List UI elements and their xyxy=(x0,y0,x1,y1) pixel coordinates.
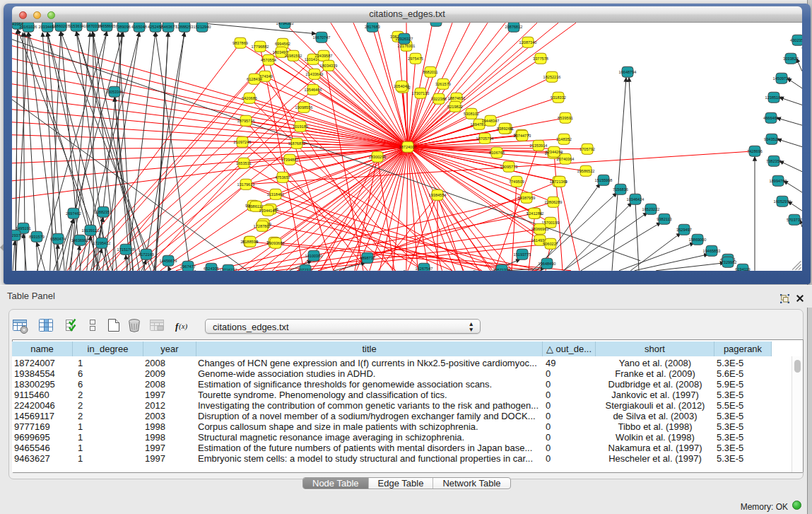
svg-text:19095773: 19095773 xyxy=(500,164,518,168)
svg-text:10571375: 10571375 xyxy=(493,267,511,270)
svg-text:18252216: 18252216 xyxy=(543,74,561,78)
svg-text:7749509: 7749509 xyxy=(509,179,524,183)
svg-text:8682011: 8682011 xyxy=(423,69,437,74)
svg-text:12344269: 12344269 xyxy=(546,149,563,153)
svg-text:14509728: 14509728 xyxy=(773,76,791,80)
svg-text:9318332: 9318332 xyxy=(551,95,566,99)
svg-text:20744773: 20744773 xyxy=(514,133,531,137)
svg-text:4302355: 4302355 xyxy=(790,37,802,42)
svg-text:9153634: 9153634 xyxy=(69,23,84,28)
svg-text:17796882: 17796882 xyxy=(252,44,269,48)
svg-text:22439587: 22439587 xyxy=(315,53,333,57)
svg-text:7389096: 7389096 xyxy=(115,24,131,28)
svg-text:3148352: 3148352 xyxy=(556,136,572,141)
svg-text:19093688: 19093688 xyxy=(267,240,285,245)
svg-text:14636992: 14636992 xyxy=(71,238,89,242)
svg-text:19384554: 19384554 xyxy=(429,192,447,197)
svg-text:16648794: 16648794 xyxy=(619,69,637,74)
svg-text:6994562: 6994562 xyxy=(275,41,290,45)
svg-text:21097245: 21097245 xyxy=(234,139,252,144)
svg-text:13179613: 13179613 xyxy=(237,182,255,186)
svg-text:18366963: 18366963 xyxy=(531,226,549,230)
svg-text:1072322: 1072322 xyxy=(298,267,313,270)
svg-text:19465853: 19465853 xyxy=(703,248,721,252)
svg-text:15869000: 15869000 xyxy=(689,237,707,241)
svg-text:2975475: 2975475 xyxy=(408,56,423,60)
svg-text:15212940: 15212940 xyxy=(194,24,211,28)
svg-text:14100380: 14100380 xyxy=(305,253,323,257)
svg-text:(x): (x) xyxy=(179,322,188,331)
svg-text:8721369: 8721369 xyxy=(552,179,567,183)
svg-text:22926327: 22926327 xyxy=(396,36,413,40)
svg-text:17307133: 17307133 xyxy=(412,90,430,95)
svg-text:17151708: 17151708 xyxy=(117,247,135,251)
svg-text:6580474: 6580474 xyxy=(50,236,66,240)
svg-text:2817683: 2817683 xyxy=(365,24,380,28)
svg-text:21353914: 21353914 xyxy=(530,143,548,147)
svg-text:11876872: 11876872 xyxy=(288,141,305,145)
svg-text:3261579: 3261579 xyxy=(435,81,451,86)
svg-text:18300295: 18300295 xyxy=(369,154,387,158)
svg-text:18705794: 18705794 xyxy=(476,136,494,140)
svg-text:12888253: 12888253 xyxy=(176,24,194,28)
svg-text:18034339: 18034339 xyxy=(320,63,338,67)
svg-text:1019189: 1019189 xyxy=(293,124,308,128)
svg-text:1653531: 1653531 xyxy=(236,160,252,165)
svg-text:19648490: 19648490 xyxy=(539,261,556,265)
svg-text:9343522: 9343522 xyxy=(764,136,779,141)
svg-text:20740364: 20740364 xyxy=(557,156,575,160)
svg-text:19139121: 19139121 xyxy=(82,228,100,232)
svg-text:17329982: 17329982 xyxy=(719,259,737,264)
svg-text:8106768: 8106768 xyxy=(489,150,505,154)
svg-text:18994763: 18994763 xyxy=(770,178,787,182)
svg-text:8539591: 8539591 xyxy=(558,115,573,119)
svg-text:6524305: 6524305 xyxy=(204,266,219,270)
svg-text:5219822: 5219822 xyxy=(447,104,463,108)
svg-text:4666460: 4666460 xyxy=(763,115,779,119)
svg-text:13546466: 13546466 xyxy=(305,87,322,91)
svg-text:14794303: 14794303 xyxy=(276,23,294,25)
svg-text:9898737: 9898737 xyxy=(360,255,375,259)
svg-text:4129379: 4129379 xyxy=(12,233,23,237)
svg-text:15193775: 15193775 xyxy=(514,252,531,256)
svg-text:18724007: 18724007 xyxy=(399,144,417,148)
svg-text:4753657: 4753657 xyxy=(275,175,290,179)
svg-text:7428696: 7428696 xyxy=(747,148,763,153)
svg-text:14658665: 14658665 xyxy=(98,23,116,28)
svg-text:14387959: 14387959 xyxy=(518,195,536,199)
svg-text:2054043: 2054043 xyxy=(394,83,409,88)
svg-text:7156836: 7156836 xyxy=(613,187,628,191)
svg-text:22682194: 22682194 xyxy=(428,23,445,23)
svg-text:8188594: 8188594 xyxy=(242,239,258,243)
svg-text:2697462: 2697462 xyxy=(66,211,81,215)
svg-text:15463677: 15463677 xyxy=(160,24,177,28)
svg-text:19448347: 19448347 xyxy=(482,118,500,122)
svg-text:9837869: 9837869 xyxy=(233,40,248,45)
svg-text:17287807: 17287807 xyxy=(254,223,271,228)
svg-text:10344146: 10344146 xyxy=(259,208,277,212)
svg-text:7382351: 7382351 xyxy=(766,158,782,163)
svg-text:14456679: 14456679 xyxy=(160,258,177,262)
svg-text:10346424: 10346424 xyxy=(627,197,645,201)
svg-text:8389269: 8389269 xyxy=(497,126,512,130)
svg-text:17295412: 17295412 xyxy=(93,240,111,245)
svg-text:20161026: 20161026 xyxy=(20,24,37,28)
svg-text:16523222: 16523222 xyxy=(642,206,660,211)
svg-text:19098556: 19098556 xyxy=(295,105,313,109)
svg-text:20053346: 20053346 xyxy=(106,89,124,93)
svg-text:1241284: 1241284 xyxy=(526,211,542,215)
svg-text:6194119: 6194119 xyxy=(735,267,750,270)
svg-text:13716227: 13716227 xyxy=(220,267,237,270)
svg-text:11318461: 11318461 xyxy=(267,192,284,196)
svg-text:2967477: 2967477 xyxy=(180,264,196,268)
svg-text:9382113: 9382113 xyxy=(657,216,671,221)
svg-text:3377578: 3377578 xyxy=(533,56,548,60)
svg-text:5308102: 5308102 xyxy=(464,111,479,115)
svg-text:20876812: 20876812 xyxy=(505,24,523,28)
svg-text:3322386: 3322386 xyxy=(431,96,447,100)
svg-text:16670747: 16670747 xyxy=(313,35,331,39)
svg-text:18795716: 18795716 xyxy=(237,118,255,122)
svg-text:5060227: 5060227 xyxy=(543,241,558,245)
svg-text:3033823: 3033823 xyxy=(783,56,799,60)
svg-text:18874652: 18874652 xyxy=(448,95,466,100)
